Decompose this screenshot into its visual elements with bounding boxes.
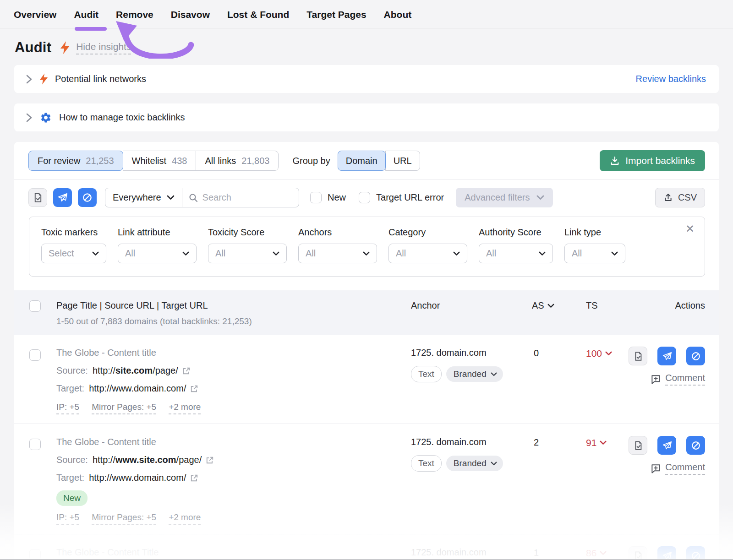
checkbox[interactable] [359,192,370,203]
remove-row-button[interactable] [657,347,676,365]
document-check-icon [633,551,643,560]
nav-item-remove[interactable]: Remove [116,9,153,20]
filter-category: Category All [388,227,467,263]
nav-item-target-pages[interactable]: Target Pages [306,9,366,20]
hide-insights-link[interactable]: Hide insights [76,41,131,54]
nav-item-disavow[interactable]: Disavow [171,9,210,20]
tab-count: 21,253 [86,156,114,166]
chevron-down-icon [547,304,554,308]
toxicity-score-dropdown[interactable]: All [208,244,287,263]
nav-item-overview[interactable]: Overview [14,9,56,20]
results-summary: 1-50 out of 7,883 domains (total backlin… [56,316,411,326]
nav-item-audit[interactable]: Audit [74,9,98,20]
comment-icon [651,374,661,385]
filter-toxic-markers: Toxic markers Select [41,227,106,263]
ip-link[interactable]: IP: +5 [56,512,79,525]
authority-score-value: 1 [529,548,569,558]
source-url-line: Source: http://site.com/page/ [56,365,411,376]
export-csv-button[interactable]: CSV [655,188,705,207]
filter-panel: Toxic markers Select Link attribute All … [29,217,705,277]
comment-link[interactable]: Comment [651,373,705,386]
row-checkbox[interactable] [29,549,41,560]
backlink-row: The Globe - Content Title Source: http:/… [14,534,719,560]
remove-row-button[interactable] [657,546,676,560]
external-link-icon[interactable] [190,384,199,393]
review-backlinks-link[interactable]: Review backlinks [636,74,706,84]
link-attribute-dropdown[interactable]: All [118,244,197,263]
search-scope-dropdown[interactable]: Everywhere [105,188,182,207]
download-icon [610,156,620,166]
anchor-value: 1725. domain.com [411,348,529,358]
column-as-sort[interactable]: AS [529,300,569,311]
toxicity-score-dropdown[interactable]: 91 [569,437,624,448]
select-all-checkbox[interactable] [29,300,41,312]
filters-toolbar: Everywhere New Target URL error Advanced… [14,179,719,214]
disavow-row-button[interactable] [686,347,705,365]
close-icon[interactable]: ✕ [685,223,695,234]
backlinks-card: For review 21,253 Whitelist 438 All link… [14,142,719,560]
target-url-line: Target: http://www.domain.com/ [56,473,411,483]
tab-for-review[interactable]: For review 21,253 [28,151,123,171]
ip-link[interactable]: IP: +5 [56,402,79,414]
toxic-markers-dropdown[interactable]: Select [41,244,106,263]
search-icon [189,193,198,202]
whitelist-row-button[interactable] [629,546,647,560]
move-to-remove-button[interactable] [53,188,72,207]
remove-row-button[interactable] [657,436,676,455]
anchor-category-dropdown[interactable]: Branded [446,366,503,382]
advanced-filters-button[interactable]: Advanced filters [456,188,552,207]
toxicity-score-dropdown[interactable]: 100 [569,348,624,359]
column-ts: TS [569,300,624,311]
anchor-cell: 1725. domain.com Text Branded [411,347,529,382]
anchor-category-dropdown[interactable]: Branded [446,456,503,471]
search-input[interactable] [202,192,292,203]
toxicity-score-dropdown[interactable]: 86 [569,548,624,559]
page-title: The Globe - Content Title [56,547,411,558]
anchor-cell: 1725. domain.com Text Branded [411,546,529,560]
backlink-row: The Globe - Content title Source: http:/… [14,335,719,424]
tab-whitelist[interactable]: Whitelist 438 [123,151,197,171]
document-check-icon [33,192,43,203]
disavow-row-button[interactable] [686,436,705,455]
category-dropdown[interactable]: All [388,244,467,263]
chevron-right-icon[interactable] [25,113,33,123]
external-link-icon[interactable] [205,456,214,465]
search-control: Everywhere [105,188,299,207]
whitelist-row-button[interactable] [629,436,647,455]
disavow-row-button[interactable] [686,546,705,560]
mirror-pages-link[interactable]: Mirror Pages: +5 [92,402,156,414]
authority-score-dropdown[interactable]: All [479,244,553,263]
more-link[interactable]: +2 more [169,402,201,414]
anchors-dropdown[interactable]: All [298,244,377,263]
column-actions: Actions [624,300,705,311]
tab-count: 438 [172,156,187,166]
import-backlinks-button[interactable]: Import backlinks [600,150,705,171]
whitelist-row-button[interactable] [629,347,647,365]
banner-title: How to manage toxic backlinks [59,112,185,123]
nav-item-lost-found[interactable]: Lost & Found [227,9,289,20]
checkbox[interactable] [310,192,322,203]
move-to-whitelist-button[interactable] [28,188,47,207]
external-link-icon[interactable] [182,366,191,375]
more-link[interactable]: +2 more [169,512,201,525]
external-link-icon[interactable] [190,473,199,483]
row-checkbox[interactable] [29,349,41,361]
upload-icon [663,193,673,202]
move-to-disavow-button[interactable] [78,188,97,207]
toxic-backlinks-help-banner: How to manage toxic backlinks [14,103,719,131]
insight-bolt-icon [40,73,48,85]
mirror-pages-link[interactable]: Mirror Pages: +5 [92,512,156,525]
new-filter-checkbox[interactable]: New [310,192,346,203]
block-icon [82,192,93,203]
nav-item-about[interactable]: About [384,9,412,20]
group-by-domain[interactable]: Domain [338,151,386,171]
group-by-url[interactable]: URL [385,151,420,171]
tab-all-links[interactable]: All links 21,803 [196,151,279,171]
chevron-right-icon[interactable] [25,74,33,84]
comment-link[interactable]: Comment [651,462,705,475]
tabs-row: For review 21,253 Whitelist 438 All link… [14,142,719,179]
row-checkbox[interactable] [29,439,41,450]
page-title: Audit [15,39,51,56]
target-url-error-checkbox[interactable]: Target URL error [359,192,444,203]
link-type-dropdown[interactable]: All [564,244,625,263]
